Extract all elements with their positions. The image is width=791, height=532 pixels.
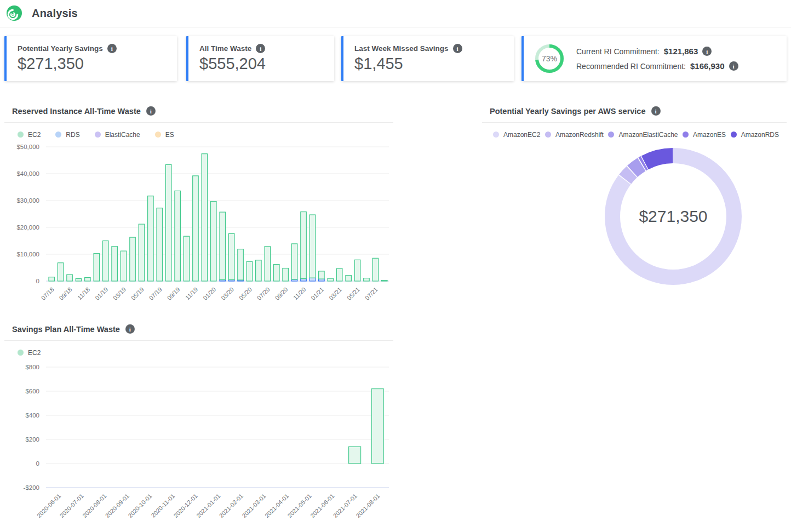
legend-item-amazonelasticache[interactable]: AmazonElastiCache [608, 131, 678, 139]
bar-ec2-03/20[interactable] [228, 233, 234, 279]
bar-ec2-09/19[interactable] [175, 191, 181, 281]
bar-ec2-08/20[interactable] [274, 265, 280, 281]
bar-ec2-06/20[interactable] [256, 260, 262, 281]
legend-item-amazonrds[interactable]: AmazonRDS [731, 131, 779, 139]
x-axis-tick-label: 2020-12-01 [173, 493, 199, 519]
bar-ec2-02/21[interactable] [328, 278, 334, 281]
chart-legend: EC2RDSElastiCacheES [4, 123, 393, 141]
x-axis-tick-label: 2020-08-01 [81, 493, 107, 519]
bar-ec2-05/21[interactable] [354, 260, 360, 281]
legend-item-ec2[interactable]: EC2 [18, 349, 41, 357]
bar-ec2-01/21[interactable] [319, 271, 325, 279]
card-value: $1,455 [354, 55, 504, 73]
info-icon[interactable]: i [702, 47, 712, 56]
info-icon[interactable]: i [651, 106, 661, 116]
x-axis-tick-label: 2021-01-01 [195, 493, 221, 519]
card-potential-yearly-savings: Potential Yearly Savings i $271,350 [4, 36, 177, 81]
bar-ec2-03/21[interactable] [336, 268, 342, 281]
info-icon[interactable]: i [729, 61, 738, 71]
bar-ec2-09/20[interactable] [283, 268, 289, 282]
panel-reserved-instance-all-time-waste: Reserved Instance All-Time Waste i EC2RD… [4, 104, 393, 317]
legend-dot [608, 131, 614, 138]
legend-item-ec2[interactable]: EC2 [18, 131, 41, 139]
bar-ec2-2021-08-01[interactable] [371, 389, 383, 464]
bar-ec2-04/19[interactable] [130, 237, 136, 281]
bar-ec2-02/19[interactable] [112, 247, 118, 281]
bar-ec2-02/20[interactable] [220, 212, 226, 280]
legend-item-rds[interactable]: RDS [55, 131, 79, 139]
bar-ec2-11/19[interactable] [193, 176, 199, 281]
bar-ec2-01/19[interactable] [103, 241, 109, 282]
legend-item-amazonec2[interactable]: AmazonEC2 [493, 131, 540, 139]
bar-ec2-08/21[interactable] [382, 281, 388, 282]
bar-ec2-07/19[interactable] [157, 208, 163, 281]
bar-ec2-12/20[interactable] [309, 215, 316, 278]
bar-ec2-08/18[interactable] [58, 263, 64, 281]
bar-ec2-04/21[interactable] [346, 276, 352, 281]
bar-ec2-04/20[interactable] [238, 249, 244, 280]
bar-ec2-01/20[interactable] [211, 202, 217, 282]
bar-ec2-03/19[interactable] [121, 251, 127, 281]
x-axis-tick-label: 11/20 [292, 286, 307, 301]
info-icon[interactable]: i [107, 44, 117, 53]
info-icon[interactable]: i [453, 44, 462, 53]
info-icon[interactable]: i [256, 44, 265, 53]
bar-ec2-05/19[interactable] [139, 224, 145, 281]
bar-ec2-11/18[interactable] [85, 278, 91, 281]
bar-ec2-10/20[interactable] [291, 244, 297, 279]
info-icon[interactable]: i [146, 106, 156, 116]
legend-dot [95, 131, 101, 138]
legend-label: AmazonES [693, 131, 726, 139]
x-axis-tick-label: 2020-10-01 [127, 493, 153, 519]
x-axis-tick-label: 07/18 [40, 286, 55, 301]
x-axis-tick-label: 2021-06-01 [309, 493, 335, 519]
ri-utilization-gauge: 73% [534, 43, 565, 75]
y-axis-tick-label: $600 [25, 388, 39, 394]
bar-ec2-07/18[interactable] [49, 277, 55, 281]
bar-ec2-07/21[interactable] [372, 258, 379, 281]
y-axis-tick-label: $10,000 [16, 251, 39, 258]
bar-ec2-11/20[interactable] [301, 212, 307, 279]
legend-dot [55, 131, 61, 138]
bar-ec2-06/19[interactable] [148, 196, 154, 281]
y-axis-tick-label: -$200 [24, 484, 39, 491]
bar-rds-11/20[interactable] [301, 279, 307, 281]
legend-item-es[interactable]: ES [155, 131, 174, 139]
legend-item-elasticache[interactable]: ElastiCache [95, 131, 140, 139]
page-title: Analysis [32, 7, 78, 20]
x-axis-tick-label: 09/19 [166, 286, 181, 301]
chart-title: Reserved Instance All-Time Waste [12, 107, 141, 116]
card-label: Last Week Missed Savings [354, 44, 449, 53]
gauge-percent-label: 73% [542, 54, 557, 63]
bar-ec2-07/20[interactable] [265, 247, 271, 281]
x-axis-tick-label: 03/19 [112, 286, 127, 301]
card-ri-commitment: 73% Current RI Commitment: $121,863 i Re… [521, 36, 787, 81]
bar-ec2-10/18[interactable] [76, 279, 82, 281]
y-axis-tick-label: $200 [25, 436, 39, 443]
spot-logo-icon[interactable] [5, 5, 23, 22]
bar-ec2-10/19[interactable] [184, 236, 190, 281]
x-axis-tick-label: 07/21 [364, 286, 379, 301]
bar-ec2-06/21[interactable] [364, 278, 370, 281]
analysis-page: Analysis Potential Yearly Savings i $271… [0, 0, 791, 532]
x-axis-tick-label: 05/21 [346, 286, 361, 301]
app-header: Analysis [0, 0, 791, 27]
legend-label: ES [165, 131, 174, 139]
bar-ec2-12/18[interactable] [94, 254, 100, 282]
bar-ec2-05/20[interactable] [247, 261, 253, 281]
info-icon[interactable]: i [125, 324, 135, 334]
legend-dot [18, 131, 24, 138]
legend-item-amazones[interactable]: AmazonES [683, 131, 726, 139]
bar-ec2-09/18[interactable] [67, 274, 73, 281]
legend-item-amazonredshift[interactable]: AmazonRedshift [545, 131, 604, 139]
card-label: All Time Waste [199, 44, 251, 53]
recommended-ri-commitment-row: Recommended RI Commitment: $166,930 i [576, 61, 738, 71]
bar-ec2-2021-07-01[interactable] [349, 447, 361, 464]
bar-ec2-12/19[interactable] [202, 154, 208, 281]
y-axis-tick-label: $20,000 [16, 224, 39, 231]
legend-label: AmazonElastiCache [618, 131, 678, 139]
bar-ec2-08/19[interactable] [165, 164, 171, 281]
panel-savings-plan-all-time-waste: Savings Plan All-Time Waste i EC2 $800$6… [4, 322, 393, 532]
legend-dot [545, 131, 551, 138]
bar-rds-12/20[interactable] [309, 278, 316, 281]
